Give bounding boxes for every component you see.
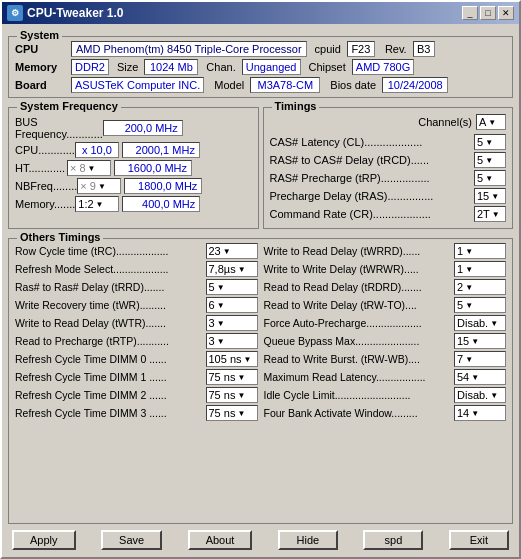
board-value: ASUSTeK Computer INC. <box>71 77 204 93</box>
rev-value: B3 <box>413 41 435 57</box>
system-group: System CPU AMD Phenom(tm) 8450 Triple-Co… <box>8 36 513 98</box>
other-left-row: Row Cycle time (tRC)..................23… <box>15 243 258 259</box>
channel-select[interactable]: A ▼ <box>476 114 506 130</box>
other-left-arrow-icon: ▼ <box>217 301 225 310</box>
other-right-select[interactable]: Disab.▼ <box>454 315 506 331</box>
cr-select[interactable]: 2T ▼ <box>474 206 506 222</box>
other-left-label: Refresh Mode Select................... <box>15 263 206 275</box>
other-left-label: Refresh Cycle Time DIMM 3 ...... <box>15 407 206 419</box>
other-left-select[interactable]: 5▼ <box>206 279 258 295</box>
other-right-select[interactable]: Disab.▼ <box>454 387 506 403</box>
other-left-row: Write to Read Delay (tWTR).......3▼ <box>15 315 258 331</box>
other-right-row: Write to Read Delay (tWRRD)......1▼ <box>264 243 507 259</box>
other-left-select[interactable]: 3▼ <box>206 333 258 349</box>
other-left-select[interactable]: 75 ns▼ <box>206 405 258 421</box>
other-left-arrow-icon: ▼ <box>217 283 225 292</box>
cpu-freq-label: CPU............ <box>15 144 75 156</box>
other-left-select[interactable]: 7,8µs▼ <box>206 261 258 277</box>
other-right-label: Force Auto-Precharge................... <box>264 317 455 329</box>
rcd-row: RAS# to CAS# Delay (tRCD)...... 5 ▼ <box>270 152 507 168</box>
hide-button[interactable]: Hide <box>278 530 338 550</box>
others-right-col: Write to Read Delay (tWRRD)......1▼Write… <box>264 243 507 423</box>
channels-value: A <box>479 116 486 128</box>
timings-group: Timings Channel(s) A ▼ CAS# Latency (CL)… <box>263 107 514 229</box>
nb-mult-select[interactable]: × 9 ▼ <box>77 178 121 194</box>
other-right-label: Write to Write Delay (tWRWR)..... <box>264 263 455 275</box>
cpuid-label: cpuid <box>315 43 341 55</box>
board-label: Board <box>15 79 67 91</box>
other-right-row: Idle Cycle Limit........................… <box>264 387 507 403</box>
model-value: M3A78-CM <box>250 77 320 93</box>
other-right-select[interactable]: 5▼ <box>454 297 506 313</box>
exit-button[interactable]: Exit <box>449 530 509 550</box>
ras-arrow-icon: ▼ <box>491 192 499 201</box>
cas-select[interactable]: 5 ▼ <box>474 134 506 150</box>
mem-arrow-icon: ▼ <box>96 200 104 209</box>
other-right-select[interactable]: 1▼ <box>454 243 506 259</box>
other-right-value: 2 <box>457 281 463 293</box>
cpu-row: CPU AMD Phenom(tm) 8450 Triple-Core Proc… <box>15 41 506 57</box>
maximize-button[interactable]: □ <box>480 6 496 20</box>
other-right-select[interactable]: 14▼ <box>454 405 506 421</box>
other-left-value: 5 <box>209 281 215 293</box>
other-left-label: Refresh Cycle Time DIMM 2 ...... <box>15 389 206 401</box>
other-left-row: Read to Precharge (tRTP)...........3▼ <box>15 333 258 349</box>
other-left-value: 3 <box>209 335 215 347</box>
other-left-select[interactable]: 23▼ <box>206 243 258 259</box>
ht-mult: × 8 <box>70 162 86 174</box>
mem-row: Memory DDR2 Size 1024 Mb Chan. Unganged … <box>15 59 506 75</box>
spd-button[interactable]: spd <box>363 530 423 550</box>
other-left-value: 105 ns <box>209 353 242 365</box>
other-right-select[interactable]: 1▼ <box>454 261 506 277</box>
cpuid-value: F23 <box>347 41 375 57</box>
rp-label: RAS# Precharge (tRP)................ <box>270 172 475 184</box>
other-left-select[interactable]: 105 ns▼ <box>206 351 258 367</box>
other-right-value: 5 <box>457 299 463 311</box>
chan-value: Unganged <box>242 59 301 75</box>
other-right-label: Four Bank Activate Window......... <box>264 407 455 419</box>
bios-value: 10/24/2008 <box>382 77 448 93</box>
other-right-value: Disab. <box>457 389 488 401</box>
other-right-arrow-icon: ▼ <box>465 355 473 364</box>
other-left-select[interactable]: 75 ns▼ <box>206 369 258 385</box>
freq-grid: BUS Frequency............ 200,0 MHz CPU.… <box>15 116 252 212</box>
other-left-select[interactable]: 3▼ <box>206 315 258 331</box>
apply-button[interactable]: Apply <box>12 530 76 550</box>
channels-label: Channel(s) <box>418 116 472 128</box>
other-left-select[interactable]: 6▼ <box>206 297 258 313</box>
about-button[interactable]: About <box>188 530 253 550</box>
freq-timing-panels: System Frequency BUS Frequency..........… <box>8 101 513 229</box>
rev-label: Rev. <box>385 43 407 55</box>
ras-select[interactable]: 15 ▼ <box>474 188 506 204</box>
main-content: System CPU AMD Phenom(tm) 8450 Triple-Co… <box>2 24 519 557</box>
other-right-arrow-icon: ▼ <box>471 337 479 346</box>
button-row: Apply Save About Hide spd Exit <box>8 527 513 553</box>
cas-label: CAS# Latency (CL)................... <box>270 136 475 148</box>
other-right-select[interactable]: 7▼ <box>454 351 506 367</box>
ht-mult-select[interactable]: × 8 ▼ <box>67 160 111 176</box>
other-left-label: Refresh Cycle Time DIMM 1 ...... <box>15 371 206 383</box>
cr-label: Command Rate (CR)................... <box>270 208 475 220</box>
other-right-select[interactable]: 54▼ <box>454 369 506 385</box>
mem-mult-select[interactable]: 1:2 ▼ <box>75 196 119 212</box>
cas-row: CAS# Latency (CL)................... 5 ▼ <box>270 134 507 150</box>
cr-value: 2T <box>477 208 490 220</box>
other-right-arrow-icon: ▼ <box>465 247 473 256</box>
other-right-select[interactable]: 15▼ <box>454 333 506 349</box>
other-right-label: Read to Write Delay (tRW-TO).... <box>264 299 455 311</box>
rp-select[interactable]: 5 ▼ <box>474 170 506 186</box>
other-left-select[interactable]: 75 ns▼ <box>206 387 258 403</box>
save-button[interactable]: Save <box>101 530 162 550</box>
other-right-select[interactable]: 2▼ <box>454 279 506 295</box>
close-button[interactable]: ✕ <box>498 6 514 20</box>
other-left-value: 6 <box>209 299 215 311</box>
minimize-button[interactable]: _ <box>462 6 478 20</box>
rcd-select[interactable]: 5 ▼ <box>474 152 506 168</box>
memory-label: Memory <box>15 61 67 73</box>
other-left-value: 75 ns <box>209 407 236 419</box>
other-left-label: Write to Read Delay (tWTR)....... <box>15 317 206 329</box>
other-right-row: Read to Write Delay (tRW-TO)....5▼ <box>264 297 507 313</box>
cr-row: Command Rate (CR)................... 2T … <box>270 206 507 222</box>
chipset-label: Chipset <box>309 61 346 73</box>
other-left-value: 75 ns <box>209 371 236 383</box>
